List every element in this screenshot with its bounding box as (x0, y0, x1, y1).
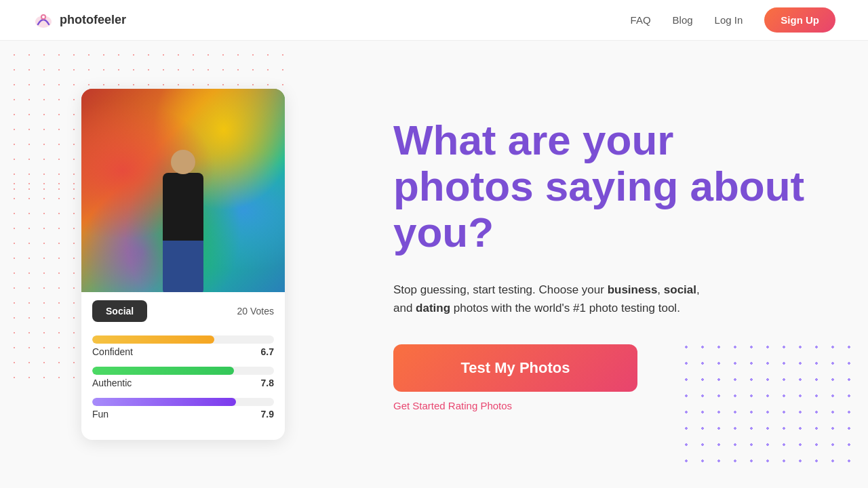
score-label-fun: Fun (92, 409, 108, 420)
subtitle-bold-business: business (608, 283, 658, 296)
photo-background (81, 89, 285, 292)
score-bar-fill-authentic (92, 367, 234, 375)
score-value-confident: 6.7 (261, 346, 274, 357)
score-row-fun: Fun 7.9 (92, 398, 274, 420)
subtitle-sep2: , (696, 283, 700, 296)
faq-link[interactable]: FAQ (631, 14, 651, 26)
person-body (163, 173, 203, 241)
nav-links: FAQ Blog Log In Sign Up (631, 7, 835, 33)
person-legs (163, 241, 203, 292)
left-panel: Social 20 Votes Confident 6.7 (0, 41, 366, 488)
logo-text: photofeeler (60, 13, 126, 27)
card-scores: Confident 6.7 Authentic 7.8 (81, 330, 285, 440)
blog-link[interactable]: Blog (673, 14, 693, 26)
logo-icon (33, 9, 54, 31)
score-bar-track-authentic (92, 367, 274, 375)
score-label-row-confident: Confident 6.7 (92, 346, 274, 357)
tab-social[interactable]: Social (92, 300, 147, 322)
score-label-confident: Confident (92, 346, 133, 357)
score-bar-fill-confident (92, 336, 214, 344)
subtitle-and: and (393, 302, 412, 314)
subtitle-bold-dating: dating (416, 302, 450, 314)
right-panel: What are your photos saying about you? S… (366, 41, 868, 488)
person-figure (156, 143, 210, 292)
main-content: Social 20 Votes Confident 6.7 (0, 41, 868, 488)
score-row-authentic: Authentic 7.8 (92, 367, 274, 388)
score-label-row-fun: Fun 7.9 (92, 409, 274, 420)
navbar: photofeeler FAQ Blog Log In Sign Up (0, 0, 868, 41)
logo[interactable]: photofeeler (33, 9, 126, 31)
score-label-authentic: Authentic (92, 378, 132, 388)
hero-subtitle: Stop guessing, start testing. Choose you… (393, 281, 760, 317)
subtitle-bold-social: social (664, 283, 696, 296)
cta-button[interactable]: Test My Photos (393, 344, 637, 392)
card-tabs: Social 20 Votes (81, 292, 285, 330)
subtitle-plain: Stop guessing, start testing. Choose you… (393, 283, 604, 296)
hero-title: What are your photos saying about you? (393, 117, 814, 256)
score-bar-track-confident (92, 336, 274, 344)
score-bar-track-fun (92, 398, 274, 406)
subtitle-end: photos with the world's #1 photo testing… (454, 302, 680, 314)
subtitle-sep1: , (657, 283, 660, 296)
login-link[interactable]: Log In (715, 14, 743, 26)
score-row-confident: Confident 6.7 (92, 336, 274, 357)
score-label-row-authentic: Authentic 7.8 (92, 378, 274, 388)
person-head (171, 150, 195, 174)
score-value-fun: 7.9 (261, 409, 274, 420)
card-photo (81, 89, 285, 292)
svg-point-2 (42, 16, 45, 18)
score-bar-fill-fun (92, 398, 236, 406)
vote-count: 20 Votes (237, 306, 275, 317)
photo-card: Social 20 Votes Confident 6.7 (81, 89, 285, 440)
dot-grid-bottomright (678, 339, 854, 474)
signup-button[interactable]: Sign Up (764, 7, 835, 33)
score-value-authentic: 7.8 (261, 378, 274, 388)
